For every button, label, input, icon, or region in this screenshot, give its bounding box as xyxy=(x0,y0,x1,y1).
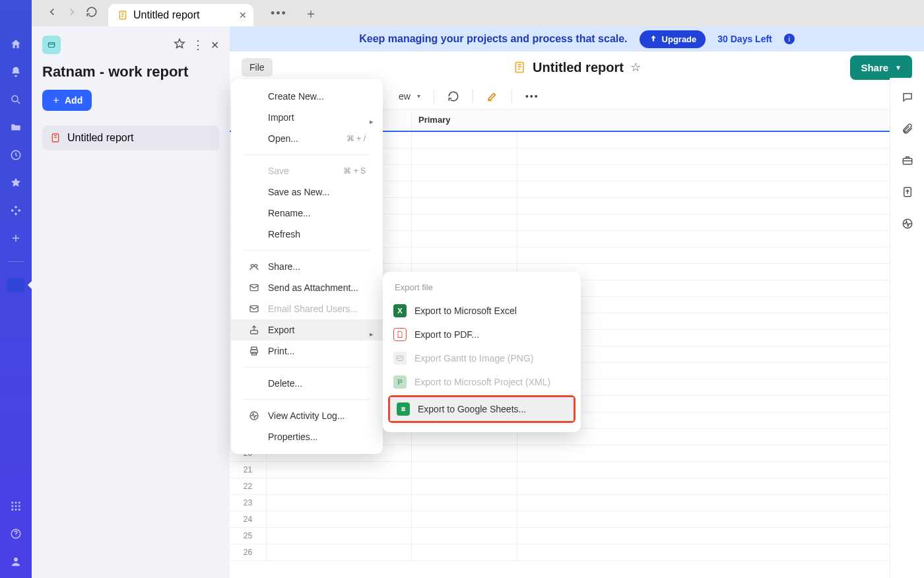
export-header: Export file xyxy=(383,278,581,299)
menu-properties[interactable]: Properties... xyxy=(231,426,383,447)
row-number: 23 xyxy=(230,495,267,511)
info-icon[interactable]: i xyxy=(784,34,795,44)
more-icon[interactable]: ⋮ xyxy=(192,38,204,52)
svg-rect-21 xyxy=(251,331,258,334)
column-primary[interactable]: Primary xyxy=(412,110,517,131)
file-menu-label: File xyxy=(249,62,265,73)
menu-share[interactable]: Share... xyxy=(231,256,383,277)
svg-point-7 xyxy=(15,505,17,507)
right-rail xyxy=(890,78,924,578)
svg-point-1 xyxy=(12,96,18,102)
svg-point-4 xyxy=(15,501,17,503)
clock-icon[interactable] xyxy=(9,148,23,162)
refresh-icon[interactable] xyxy=(447,90,459,102)
star-icon[interactable] xyxy=(9,176,23,190)
page-title: Untitled report xyxy=(533,60,624,75)
forward-icon[interactable] xyxy=(66,6,78,20)
row-number: 21 xyxy=(230,462,267,478)
favorite-icon[interactable] xyxy=(174,38,185,52)
share-button[interactable]: Share ▼ xyxy=(850,55,912,80)
export-gsheets-highlight: Export to Google Sheets... xyxy=(388,395,576,423)
tab-close-icon[interactable]: ✕ xyxy=(239,10,247,20)
export-pdf[interactable]: Export to PDF... xyxy=(383,323,581,346)
chevron-down-icon: ▼ xyxy=(895,64,902,71)
highlight-icon[interactable] xyxy=(486,90,498,102)
menu-import[interactable]: Import xyxy=(231,107,383,128)
menu-export[interactable]: Export xyxy=(231,319,383,340)
folder-icon[interactable] xyxy=(9,120,23,135)
bell-icon[interactable] xyxy=(9,65,23,79)
reload-icon[interactable] xyxy=(86,6,98,20)
new-tab-icon[interactable]: ＋ xyxy=(304,5,317,22)
export-gsheets[interactable]: Export to Google Sheets... xyxy=(390,397,574,421)
menu-send-attachment[interactable]: Send as Attachment... xyxy=(231,277,383,298)
sidebar-item-label: Untitled report xyxy=(67,132,134,144)
grid-icon[interactable] xyxy=(9,499,23,513)
view-dropdown[interactable]: ew xyxy=(399,91,420,102)
sidebar-item-report[interactable]: Untitled report xyxy=(42,125,219,150)
close-panel-icon[interactable]: ✕ xyxy=(211,39,219,51)
comments-icon[interactable] xyxy=(900,90,915,104)
table-row[interactable]: 25 xyxy=(230,528,924,544)
briefcase-icon[interactable] xyxy=(900,153,915,168)
tab-overflow-icon[interactable]: ••• xyxy=(271,7,287,20)
menu-email-shared: Email Shared Users... xyxy=(231,298,383,319)
svg-point-18 xyxy=(255,265,257,267)
export-gantt: Export Gantt to Image (PNG) xyxy=(383,346,581,370)
row-number: 26 xyxy=(230,544,267,560)
table-row[interactable]: 22 xyxy=(230,478,924,495)
title-bar: File Untitled report ☆ Share ▼ xyxy=(230,51,924,83)
tab-title: Untitled report xyxy=(133,9,200,21)
attachments-icon[interactable] xyxy=(900,121,915,136)
top-bar: Untitled report ✕ ••• ＋ xyxy=(0,0,924,26)
svg-point-11 xyxy=(18,509,20,511)
table-row[interactable]: 21 xyxy=(230,462,924,478)
banner-message: Keep managing your projects and process … xyxy=(359,33,627,45)
back-icon[interactable] xyxy=(46,6,58,20)
svg-point-17 xyxy=(251,265,253,267)
workspace-title: Ratnam - work report xyxy=(42,63,219,80)
browser-tab[interactable]: Untitled report ✕ xyxy=(108,4,253,26)
days-left: 30 Days Left xyxy=(717,34,772,44)
export-excel[interactable]: XExport to Microsoft Excel xyxy=(383,299,581,323)
workspace-logo-icon[interactable] xyxy=(42,36,61,54)
search-icon[interactable] xyxy=(9,92,23,107)
svg-point-8 xyxy=(18,505,20,507)
menu-delete[interactable]: Delete... xyxy=(231,373,383,394)
table-row[interactable]: 26 xyxy=(230,544,924,561)
export-submenu: Export file XExport to Microsoft Excel E… xyxy=(383,272,581,432)
table-row[interactable]: 24 xyxy=(230,511,924,528)
home-icon[interactable] xyxy=(9,37,23,51)
activity-icon[interactable] xyxy=(900,216,915,231)
add-icon[interactable] xyxy=(9,231,23,245)
file-menu: Create New... Import Open...⌘ + / Save⌘ … xyxy=(231,79,383,454)
menu-open[interactable]: Open...⌘ + / xyxy=(231,128,383,149)
svg-rect-14 xyxy=(48,43,54,48)
svg-point-13 xyxy=(14,558,18,562)
favorite-toggle-icon[interactable]: ☆ xyxy=(630,60,641,75)
publish-icon[interactable] xyxy=(900,185,915,199)
menu-save-as[interactable]: Save as New... xyxy=(231,181,383,203)
more-toolbar-icon[interactable]: ••• xyxy=(525,91,539,102)
menu-refresh[interactable]: Refresh xyxy=(231,224,383,245)
menu-activity-log[interactable]: View Activity Log... xyxy=(231,405,383,426)
upgrade-button[interactable]: Upgrade xyxy=(640,30,706,48)
export-msproject: PExport to Microsoft Project (XML) xyxy=(383,370,581,394)
menu-print[interactable]: Print... xyxy=(231,340,383,362)
svg-point-10 xyxy=(15,509,17,511)
user-icon[interactable] xyxy=(9,554,23,569)
active-app-icon[interactable] xyxy=(7,278,25,292)
help-icon[interactable] xyxy=(9,527,23,541)
left-panel: ⋮ ✕ Ratnam - work report Add Untitled re… xyxy=(32,26,230,578)
svg-point-5 xyxy=(18,501,20,503)
upgrade-banner: Keep managing your projects and process … xyxy=(230,26,924,51)
table-row[interactable]: 23 xyxy=(230,495,924,511)
apps-icon[interactable] xyxy=(9,203,23,218)
menu-rename[interactable]: Rename... xyxy=(231,203,383,224)
file-menu-button[interactable]: File xyxy=(242,58,273,77)
svg-point-3 xyxy=(11,501,13,503)
add-button[interactable]: Add xyxy=(42,90,92,111)
menu-create-new[interactable]: Create New... xyxy=(231,86,383,107)
row-number: 25 xyxy=(230,528,267,544)
menu-save: Save⌘ + S xyxy=(231,160,383,181)
